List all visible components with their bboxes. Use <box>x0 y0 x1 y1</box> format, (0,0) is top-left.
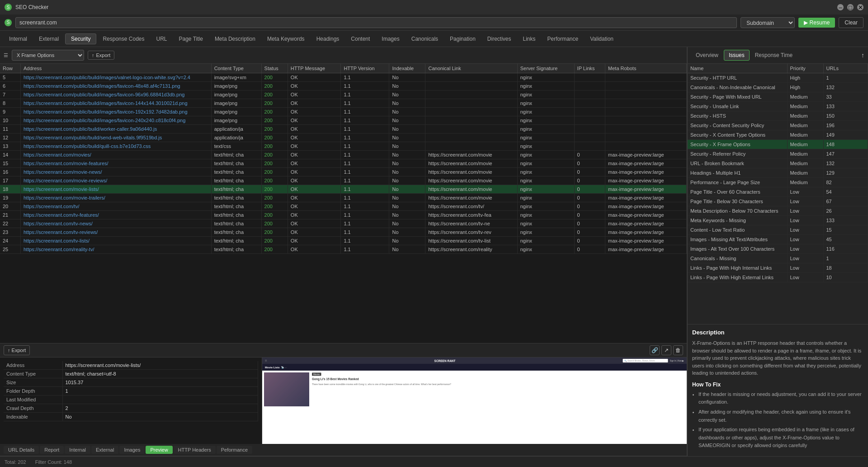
nav-tab-url[interactable]: URL <box>151 34 172 44</box>
table-row[interactable]: 19https://screenrant.com/movie-trailers/… <box>0 194 687 202</box>
nav-tab-images[interactable]: Images <box>376 34 405 44</box>
col-indexable[interactable]: Indexable <box>389 64 425 73</box>
nav-tab-pagination[interactable]: Pagination <box>444 34 481 44</box>
table-row[interactable]: 12https://screenrant.com/public/build/se… <box>0 133 687 142</box>
col-issue-urls[interactable]: URLs <box>823 64 868 73</box>
detail-link-button[interactable]: 🔗 <box>650 345 660 355</box>
issue-row[interactable]: Images - Alt Text Over 100 Characters Lo… <box>688 244 868 254</box>
issue-row[interactable]: Security - X Content Type Options Medium… <box>688 130 868 140</box>
col-address[interactable]: Address <box>20 64 211 73</box>
clear-button[interactable]: Clear <box>839 17 863 28</box>
nav-tab-content[interactable]: Content <box>345 34 375 44</box>
issue-row[interactable]: Security - HTTP URL High 1 <box>688 73 868 83</box>
col-issue-priority[interactable]: Priority <box>787 64 823 73</box>
nav-tab-links[interactable]: Links <box>518 34 541 44</box>
table-row[interactable]: 5https://screenrant.com/public/build/ima… <box>0 73 687 82</box>
detail-tab-report[interactable]: Report <box>40 446 64 454</box>
table-row[interactable]: 13https://screenrant.com/public/build/qu… <box>0 142 687 151</box>
nav-tab-headings[interactable]: Headings <box>311 34 345 44</box>
nav-tab-internal[interactable]: Internal <box>4 34 33 44</box>
table-row[interactable]: 8https://screenrant.com/public/build/ima… <box>0 99 687 108</box>
nav-tab-external[interactable]: External <box>33 34 64 44</box>
nav-tab-security[interactable]: Security <box>65 33 96 44</box>
table-row[interactable]: 21https://screenrant.com/tv-features/tex… <box>0 211 687 219</box>
issue-row[interactable]: Security - Referrer Policy Medium 147 <box>688 149 868 159</box>
table-row[interactable]: 23https://screenrant.com/tv-reviews/text… <box>0 228 687 237</box>
col-status[interactable]: Status <box>261 64 288 73</box>
issue-row[interactable]: Meta Description - Below 70 Characters L… <box>688 206 868 216</box>
col-server-sig[interactable]: Server Signature <box>517 64 574 73</box>
url-input[interactable] <box>15 17 737 28</box>
col-http-version[interactable]: HTTP Version <box>341 64 389 73</box>
table-row[interactable]: 10https://screenrant.com/public/build/im… <box>0 116 687 125</box>
issue-row[interactable]: Canonicals - Non-Indexable Canonical Hig… <box>688 83 868 92</box>
subdomain-select[interactable]: Subdomain <box>741 17 795 28</box>
issue-row[interactable]: Meta Keywords - Missing Low 133 <box>688 216 868 225</box>
issue-row[interactable]: Canonicals - Missing Low 1 <box>688 254 868 263</box>
right-export-button[interactable]: ↑ <box>861 52 864 59</box>
right-tab-overview[interactable]: Overview <box>691 50 723 60</box>
table-row[interactable]: 18https://screenrant.com/movie-lists/tex… <box>0 185 687 194</box>
issue-row[interactable]: URL - Broken Bookmark Medium 132 <box>688 159 868 168</box>
col-http-message[interactable]: HTTP Message <box>288 64 341 73</box>
nav-tab-meta_keywords[interactable]: Meta Keywords <box>262 34 310 44</box>
maximize-button[interactable]: □ <box>847 4 854 10</box>
detail-tab-preview[interactable]: Preview <box>146 446 172 454</box>
issue-row[interactable]: Security - Page With Mixed URL Medium 33 <box>688 92 868 102</box>
table-row[interactable]: 9https://screenrant.com/public/build/ima… <box>0 108 687 116</box>
nav-tab-page_title[interactable]: Page Title <box>174 34 208 44</box>
issue-row[interactable]: Content - Low Text Ratio Low 15 <box>688 225 868 235</box>
issue-row[interactable]: Images - Missing Alt Text/Attributes Low… <box>688 235 868 244</box>
table-row[interactable]: 15https://screenrant.com/movie-features/… <box>0 159 687 168</box>
issue-row[interactable]: Links - Page With High External Links Lo… <box>688 273 868 282</box>
issue-row[interactable]: Page Title - Over 60 Characters Low 54 <box>688 187 868 197</box>
detail-tab-external[interactable]: External <box>91 446 118 454</box>
table-row[interactable]: 11https://screenrant.com/public/build/wo… <box>0 125 687 133</box>
nav-tab-directives[interactable]: Directives <box>482 34 517 44</box>
nav-tab-meta_description[interactable]: Meta Description <box>209 34 261 44</box>
detail-tab-http_headers[interactable]: HTTP Headers <box>174 446 216 454</box>
col-row[interactable]: Row <box>0 64 20 73</box>
issue-row[interactable]: Security - Content Security Policy Mediu… <box>688 121 868 130</box>
issue-row[interactable]: Headings - Multiple H1 Medium 129 <box>688 168 868 178</box>
minimize-button[interactable]: – <box>837 4 844 10</box>
col-issue-name[interactable]: Name <box>688 64 787 73</box>
table-row[interactable]: 17https://screenrant.com/movie-reviews/t… <box>0 176 687 185</box>
detail-tab-url_details[interactable]: URL Details <box>4 446 39 454</box>
table-row[interactable]: 20https://screenrant.com/tv/text/html; c… <box>0 202 687 211</box>
issue-row[interactable]: Security - HSTS Medium 150 <box>688 111 868 121</box>
detail-open-button[interactable]: ↗ <box>661 345 671 355</box>
issues-list[interactable]: Name Priority URLs Security - HTTP URL H… <box>688 64 868 324</box>
detail-tab-images[interactable]: Images <box>119 446 145 454</box>
filter-select[interactable]: X Frame Options <box>12 50 84 61</box>
table-row[interactable]: 14https://screenrant.com/movies/text/htm… <box>0 151 687 159</box>
detail-tab-internal[interactable]: Internal <box>65 446 90 454</box>
table-row[interactable]: 25https://screenrant.com/reality-tv/text… <box>0 245 687 254</box>
col-ip-links[interactable]: IP Links <box>574 64 605 73</box>
nav-tab-performance[interactable]: Performance <box>542 34 584 44</box>
export-button[interactable]: ↑ Export <box>88 51 114 60</box>
close-button[interactable]: ✕ <box>857 4 863 10</box>
issue-row[interactable]: Page Title - Below 30 Characters Low 67 <box>688 197 868 206</box>
col-content-type[interactable]: Content Type <box>211 64 261 73</box>
nav-tab-validation[interactable]: Validation <box>585 34 619 44</box>
table-row[interactable]: 6https://screenrant.com/public/build/ima… <box>0 82 687 91</box>
issue-row[interactable]: Security - Unsafe Link Medium 133 <box>688 102 868 111</box>
nav-tab-response_codes[interactable]: Response Codes <box>97 34 150 44</box>
nav-tab-canonicals[interactable]: Canonicals <box>406 34 443 44</box>
table-row[interactable]: 24https://screenrant.com/tv-lists/text/h… <box>0 237 687 245</box>
resume-button[interactable]: ▶ Resume <box>798 18 835 28</box>
col-canonical[interactable]: Canonical Link <box>425 64 517 73</box>
col-meta-robots[interactable]: Meta Robots <box>605 64 687 73</box>
detail-export-button[interactable]: ↑ Export <box>4 345 30 355</box>
issue-row[interactable]: Links - Page With High Internal Links Lo… <box>688 263 868 273</box>
detail-delete-button[interactable]: 🗑 <box>673 345 683 355</box>
table-row[interactable]: 16https://screenrant.com/movie-news/text… <box>0 168 687 176</box>
detail-tab-performance[interactable]: Peformance <box>217 446 252 454</box>
issue-row[interactable]: Performance - Large Page Size Medium 82 <box>688 178 868 187</box>
right-tab-issues[interactable]: Issues <box>724 50 750 61</box>
table-row[interactable]: 7https://screenrant.com/public/build/ima… <box>0 91 687 99</box>
issue-row[interactable]: Security - X Frame Options Medium 148 <box>688 140 868 149</box>
right-tab-response_time[interactable]: Response Time <box>750 50 797 60</box>
window-controls[interactable]: – □ ✕ <box>837 4 863 10</box>
